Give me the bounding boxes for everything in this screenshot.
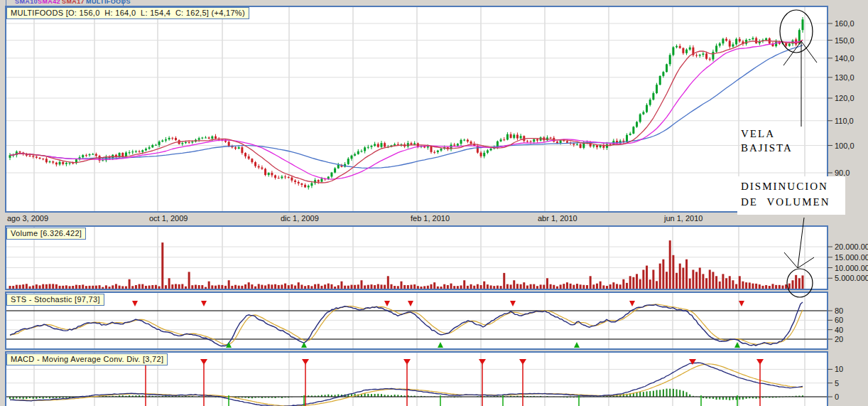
macd-tick-label: 0 — [835, 392, 839, 401]
date-tick-label: oct 1, 2009 — [149, 214, 188, 223]
macd-tick-label: 10 — [835, 365, 843, 373]
volume-tick-label: 5.000.000 — [835, 274, 868, 282]
date-tick-label: abr 1, 2010 — [538, 214, 577, 223]
macd-panel-title: MACD - Moving Average Conv. Div. [3,72] — [6, 353, 168, 365]
trading-app-window: SMA10SMA42SMA17MULTIFOODS MULTIFOODS [O:… — [0, 0, 868, 406]
volume-tick-label: 20.000.000 — [835, 242, 868, 251]
price-tick-label: 110,0 — [835, 117, 854, 125]
volume-panel-title: Volume [6.326.422] — [6, 228, 86, 240]
annotation-vela-line1: VELA — [741, 128, 775, 140]
macd-tick-label: 5 — [835, 379, 839, 388]
indicator-legend: SMA10SMA42SMA17MULTIFOODS — [6, 0, 124, 6]
price-tick-label: 100,0 — [835, 141, 855, 150]
volume-tick-label: 15.000.000 — [835, 253, 868, 262]
annotation-volumen-line1: DISMINUCION — [741, 178, 845, 194]
price-tick-label: 140,0 — [835, 54, 855, 63]
volume-tick-label: 10.000.000 — [835, 264, 868, 272]
stochastic-tick-label: 80 — [835, 306, 843, 315]
legend-item-sma42: SMA42 — [38, 0, 60, 5]
stochastic-tick-label: 60 — [835, 316, 843, 324]
stochastic-panel-title: STS - Stochastic [97,73] — [6, 294, 104, 306]
stochastic-tick-label: 20 — [835, 335, 843, 343]
date-tick-label: dic 1, 2009 — [281, 214, 319, 223]
legend-item-sma10: SMA10 — [15, 0, 38, 5]
price-tick-label: 120,0 — [835, 94, 855, 102]
annotation-volumen-line2: DE VOLUMEN — [741, 194, 845, 210]
price-tick-label: 130,0 — [835, 73, 855, 82]
main-chart-title: MULTIFOODS [O: 156,0 H: 164,0 L: 154,4 C… — [6, 7, 249, 19]
date-tick-label: ago 3, 2009 — [7, 214, 48, 223]
price-tick-label: 160,0 — [835, 19, 855, 28]
legend-item-multifoods: MULTIFOODS — [86, 0, 131, 5]
volume-annotation-box: DISMINUCION DE VOLUMEN — [737, 176, 845, 215]
price-tick-label: 150,0 — [835, 36, 855, 45]
legend-item-sma17: SMA17 — [62, 0, 85, 5]
date-tick-label: jun 1, 2010 — [664, 214, 702, 223]
annotation-vela-line2: BAJISTA — [741, 142, 793, 154]
date-tick-label: feb 1, 2010 — [411, 214, 450, 223]
stochastic-tick-label: 40 — [835, 326, 843, 334]
